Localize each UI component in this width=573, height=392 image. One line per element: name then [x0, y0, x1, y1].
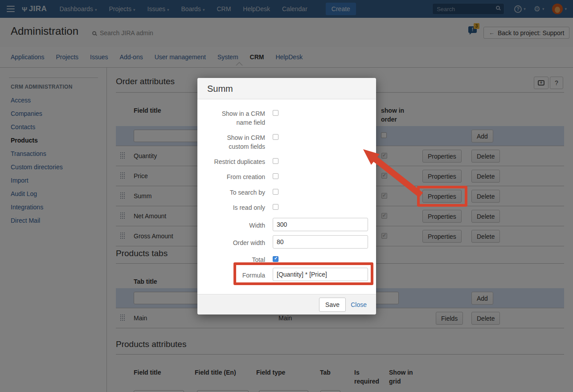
field-label: From creation [206, 172, 265, 181]
field-label: Show in CRM custom fields [206, 133, 265, 151]
form-row: Formula [206, 271, 368, 281]
formula-input[interactable] [273, 268, 368, 281]
restrict-duplicates-checkbox[interactable] [273, 158, 278, 164]
form-row: Show in CRM custom fields [206, 133, 278, 151]
form-row: Order width [206, 238, 368, 249]
form-row: Restrict duplicates [206, 157, 278, 166]
form-row: From creation [206, 172, 278, 181]
form-row: Show in a CRM name field [206, 109, 278, 127]
field-label: Order width [206, 238, 265, 247]
field-label: Show in a CRM name field [206, 109, 265, 127]
order-width-input[interactable] [273, 235, 368, 249]
save-button[interactable]: Save [319, 298, 346, 312]
field-label: To search by [206, 188, 265, 197]
dialog-title: Summ [207, 84, 233, 94]
from-creation-checkbox[interactable] [273, 173, 278, 179]
width-input[interactable] [273, 218, 368, 231]
field-label: Total [206, 255, 265, 264]
field-properties-dialog: Summ Show in a CRM name field Show in CR… [197, 78, 376, 314]
field-label: Is read only [206, 203, 265, 212]
form-row: Width [206, 221, 368, 231]
to-search-by-checkbox[interactable] [273, 189, 278, 195]
jira-admin-page: ΨJIRA Dashboards▾ Projects▾ Issues▾ Boar… [0, 0, 573, 392]
form-row: Is read only [206, 203, 278, 212]
field-label: Width [206, 221, 265, 230]
field-label: Restrict duplicates [206, 157, 265, 166]
form-row: Total [206, 255, 278, 264]
dialog-footer: Save Close [197, 294, 376, 314]
dialog-header: Summ [197, 78, 376, 99]
show-in-crm-name-checkbox[interactable] [273, 110, 278, 116]
show-in-crm-custom-fields-checkbox[interactable] [273, 134, 278, 140]
close-link[interactable]: Close [351, 301, 367, 308]
form-row: To search by [206, 188, 278, 197]
is-read-only-checkbox[interactable] [273, 204, 278, 210]
total-checkbox[interactable] [273, 256, 278, 262]
field-label: Formula [206, 271, 265, 280]
